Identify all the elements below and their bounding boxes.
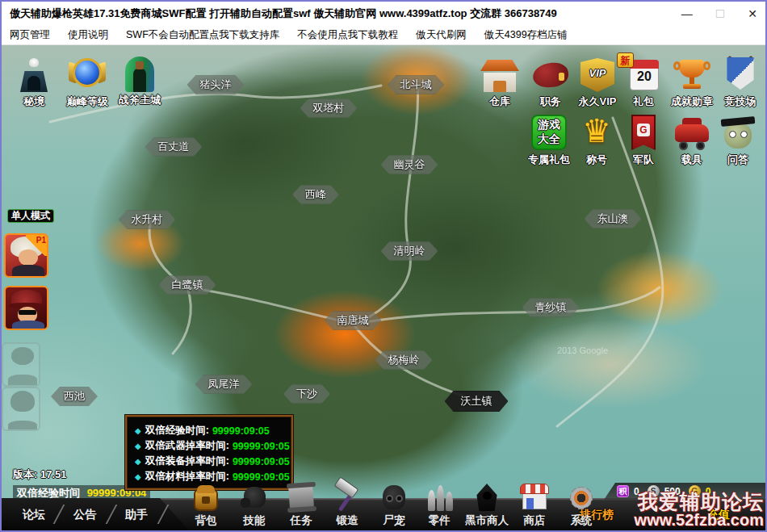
shop-icon xyxy=(516,480,553,513)
icon-shape xyxy=(559,73,564,81)
map-location-xichi[interactable]: 西池 xyxy=(51,387,98,406)
icon-label: 巅峰等级 xyxy=(61,94,114,109)
diamond-bullet-icon: ◆ xyxy=(135,426,141,435)
army-button[interactable]: G 军队 xyxy=(617,115,670,167)
tile-text: 大全 xyxy=(531,132,567,147)
peak-level-orb-icon xyxy=(67,57,107,94)
menu-archive-shop[interactable]: 傲天4399存档店铺 xyxy=(484,28,568,42)
window-title: 傲天辅助爆枪英雄17.31免费商城SWF配置 打开辅助自动配置swf 傲天辅助官… xyxy=(10,6,557,21)
menu-tutorial[interactable]: 不会使用点我下载教程 xyxy=(297,28,398,42)
game-center-icon: 游戏 大全 xyxy=(529,115,569,152)
icon-label: 问答 xyxy=(711,153,765,167)
map-location-nantangcheng[interactable]: 南唐城 xyxy=(325,311,382,330)
title-button[interactable]: ♛ 称号 xyxy=(570,115,623,167)
tab-assistant[interactable]: 助手 xyxy=(125,508,148,522)
map-location-dongshanao[interactable]: 东山澳 xyxy=(585,209,642,228)
peak-level-button[interactable]: 巅峰等级 xyxy=(61,57,114,109)
map-location-baizhangdao[interactable]: 百丈道 xyxy=(145,137,203,157)
player1-avatar[interactable]: P1 xyxy=(4,233,48,278)
icon-label: 礼包 xyxy=(617,94,670,109)
map-location-shuishengcun[interactable]: 水升村 xyxy=(119,210,176,229)
icon-shape xyxy=(526,498,534,509)
panel-row-equip: ◆ 双倍装备掉率时间: 99999:09:05 xyxy=(135,454,285,469)
dungeon-tower-icon xyxy=(14,57,54,94)
avatar-silhouette xyxy=(8,375,37,387)
map-location-bailuzhen[interactable]: 白鹭镇 xyxy=(159,275,216,295)
icon-label: 竞技场 xyxy=(714,94,765,109)
map-location-xifeng[interactable]: 西峰 xyxy=(292,185,339,204)
hooded-merchant-icon xyxy=(468,480,505,513)
minimize-button[interactable]: — xyxy=(681,8,693,19)
tab-forum[interactable]: 论坛 xyxy=(23,508,45,522)
game-center-gift-button[interactable]: 游戏 大全 专属礼包 xyxy=(522,115,576,167)
icon-shape xyxy=(689,77,694,84)
quiz-button[interactable]: 问答 xyxy=(711,115,765,167)
zombie-scholar-icon xyxy=(718,115,758,152)
menu-web-manage[interactable]: 网页管理 xyxy=(10,28,50,42)
points-currency-icon: 积 xyxy=(617,485,629,497)
beret-icon xyxy=(530,57,571,94)
icon-label: 称号 xyxy=(570,153,623,167)
map-location-beidoucheng[interactable]: 北斗城 xyxy=(388,75,445,94)
map-location-label: 沃土镇 xyxy=(461,395,492,407)
close-button[interactable]: ✕ xyxy=(748,8,757,19)
icon-shape xyxy=(136,61,144,69)
icon-label: 军队 xyxy=(617,153,670,167)
tile-text: 游戏 xyxy=(531,118,567,132)
arena-button[interactable]: 竞技场 xyxy=(714,57,765,109)
axe-main-city-button[interactable]: 战斧主城 xyxy=(113,55,166,107)
menu-instructions[interactable]: 使用说明 xyxy=(68,28,108,42)
tab-notice[interactable]: 公告 xyxy=(73,508,96,522)
menu-system[interactable]: 系统 xyxy=(553,480,610,530)
avatar-sunglasses xyxy=(19,310,36,315)
warehouse-button[interactable]: 仓库 xyxy=(473,57,526,109)
icon-shape xyxy=(483,492,492,500)
player3-avatar-locked[interactable] xyxy=(2,342,40,387)
map-location-qingmingling[interactable]: 清明岭 xyxy=(381,241,438,261)
single-mode-button[interactable]: 单人模式 xyxy=(7,209,54,223)
map-location-wotuzhen[interactable]: 沃土镇 新 xyxy=(445,391,509,412)
map-location-youlinggu[interactable]: 幽灵谷 xyxy=(381,155,438,174)
map-location-xiasha[interactable]: 下沙 xyxy=(283,384,330,404)
icon-shape xyxy=(675,124,709,142)
vip-shield-icon: VIP xyxy=(577,57,618,94)
calendar-day: 20 xyxy=(630,69,659,84)
silver-coin-icon: S xyxy=(648,485,660,497)
diamond-bullet-icon: ◆ xyxy=(135,442,141,450)
duty-button[interactable]: 职务 xyxy=(524,57,577,109)
version-text: 版本: 17.51 xyxy=(13,467,66,482)
icon-shape xyxy=(202,496,210,504)
player2-avatar[interactable] xyxy=(4,286,48,330)
panel-row-weapon: ◆ 双倍武器掉率时间: 99999:09:05 xyxy=(135,438,285,454)
row-value: 99999:09:05 xyxy=(212,425,270,437)
icon-shape xyxy=(571,488,592,509)
map-location-qingshazhen[interactable]: 青纱镇 xyxy=(522,298,580,317)
map-location-zhutouyang[interactable]: 猪头洋 xyxy=(187,75,245,94)
menu-bar: 网页管理 使用说明 SWF不会自动配置点我下载支持库 不会使用点我下载教程 傲天… xyxy=(2,25,765,45)
player4-avatar-locked[interactable] xyxy=(2,387,40,431)
menu-swf-support[interactable]: SWF不会自动配置点我下载支持库 xyxy=(126,28,279,42)
diamond-bullet-icon: ◆ xyxy=(135,472,141,481)
scroll-icon xyxy=(283,480,320,513)
icon-shape xyxy=(673,61,681,70)
icon-shape xyxy=(334,476,359,499)
menu-daishua[interactable]: 傲天代刷网 xyxy=(416,28,467,42)
maximize-button[interactable]: ☐ xyxy=(715,8,726,19)
banner-letter: G xyxy=(637,124,650,136)
gift-pack-button[interactable]: 20 新 礼包 xyxy=(617,57,670,109)
mystery-realm-button[interactable]: 秘境 xyxy=(7,57,61,109)
icon-shape xyxy=(696,141,705,150)
icon-shape xyxy=(740,131,748,138)
avatar-shirt xyxy=(12,320,44,330)
icon-shape xyxy=(724,123,752,149)
recharge-button[interactable]: 充值 xyxy=(707,508,730,522)
map-location-shuangtacun[interactable]: 双塔村 xyxy=(300,98,358,118)
icon-shape xyxy=(726,57,755,90)
achievement-button[interactable]: 成就勋章 xyxy=(665,57,719,109)
icon-label: 秘境 xyxy=(7,94,61,109)
icon-shape xyxy=(630,60,659,69)
icon-shape xyxy=(520,484,549,494)
vip-text: VIP xyxy=(577,67,618,79)
map-location-yangmeiling[interactable]: 杨梅岭 xyxy=(375,350,433,370)
map-location-fengweiyang[interactable]: 凤尾洋 xyxy=(195,375,253,394)
